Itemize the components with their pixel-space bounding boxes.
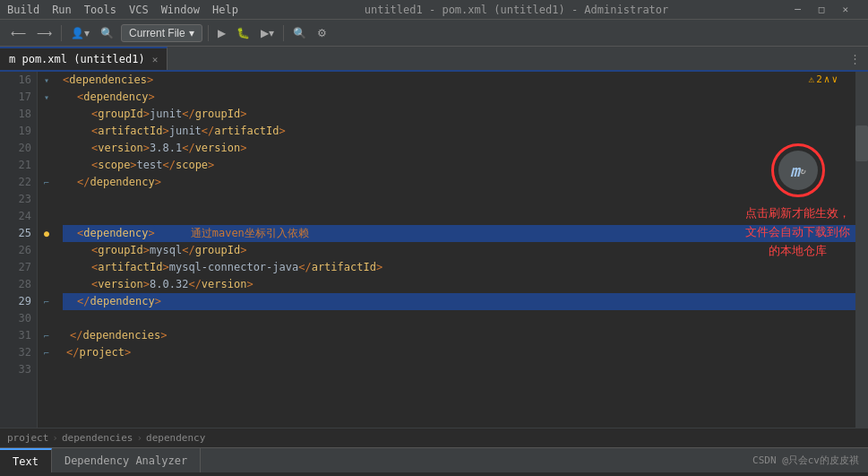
profile-btn[interactable]: 👤▾ [67, 25, 93, 41]
minimize-btn[interactable]: ─ [795, 4, 801, 15]
ln-20: 20 [0, 140, 31, 157]
code-line-29: </dependency> [63, 293, 868, 310]
inspect-btn[interactable]: 🔍 [97, 25, 117, 41]
ln-33: 33 [0, 361, 31, 378]
breadcrumb-dependencies[interactable]: dependencies [62, 432, 133, 444]
bottom-tabs: Text Dependency Analyzer CSDN @只会cv的皮皮祺 [0, 447, 868, 472]
ln-31: 31 [0, 327, 31, 344]
ln-21: 21 [0, 157, 31, 174]
code-area[interactable]: <dependencies> <dependency> <groupId>jun… [56, 72, 868, 428]
code-line-33 [63, 361, 868, 378]
breadcrumb-sep-2: › [136, 432, 142, 444]
gutter-18 [38, 106, 56, 123]
code-line-25: <dependency> 通过maven坐标引入依赖 [63, 225, 868, 242]
ln-23: 23 [0, 191, 31, 208]
code-line-22: </dependency> [63, 174, 868, 191]
breadcrumb: project › dependencies › dependency [0, 428, 868, 447]
forward-btn[interactable]: ⟶ [33, 25, 56, 41]
ln-32: 32 [0, 344, 31, 361]
run-btn[interactable]: ▶ [214, 25, 229, 41]
tab-more-btn[interactable]: ⋮ [842, 47, 868, 70]
menu-bar: Build Run Tools VCS Window Help untitled… [0, 0, 868, 20]
gutter-30 [38, 310, 56, 327]
gutter-32[interactable]: ⌐ [38, 344, 56, 361]
code-line-32: </project> [63, 344, 868, 361]
line-numbers: 16 17 18 19 20 21 22 23 24 25 26 27 28 2… [0, 72, 38, 428]
ln-19: 19 [0, 123, 31, 140]
window-title: untitled1 - pom.xml (untitled1) - Admini… [251, 4, 782, 16]
tab-text[interactable]: Text [0, 448, 52, 472]
editor-container: ⚠ 2 ∧ ∨ 16 17 18 19 20 21 22 23 24 25 26… [0, 72, 868, 428]
code-line-19: <artifactId>junit</artifactId> [63, 123, 868, 140]
ln-27: 27 [0, 259, 31, 276]
window-controls: ─ □ ✕ [795, 4, 861, 15]
ln-17: 17 [0, 89, 31, 106]
scroll-bar[interactable] [855, 72, 868, 428]
brand-text: CSDN @只会cv的皮皮祺 [752, 454, 859, 467]
code-line-26: <groupId>mysql</groupId> [63, 242, 868, 259]
gutter-21 [38, 157, 56, 174]
toolbar-separator-2 [208, 25, 209, 41]
gutter-23 [38, 191, 56, 208]
gutter-24 [38, 208, 56, 225]
code-line-21: <scope>test</scope> [63, 157, 868, 174]
tab-bar: m pom.xml (untitled1) ✕ ⋮ [0, 47, 868, 72]
gutter-19 [38, 123, 56, 140]
ln-28: 28 [0, 276, 31, 293]
menu-build[interactable]: Build [7, 4, 39, 16]
close-btn[interactable]: ✕ [842, 4, 848, 15]
tab-dependency-analyzer[interactable]: Dependency Analyzer [52, 448, 201, 472]
maximize-btn[interactable]: □ [819, 4, 825, 15]
debug-btn[interactable]: 🐛 [233, 25, 254, 41]
current-file-dropdown[interactable]: Current File ▾ [121, 24, 202, 42]
gutter-16[interactable]: ▾ [38, 72, 56, 89]
menu-tools[interactable]: Tools [84, 4, 116, 16]
code-line-16: <dependencies> [63, 72, 868, 89]
ln-22: 22 [0, 174, 31, 191]
menu-help[interactable]: Help [212, 4, 238, 16]
scroll-thumb[interactable] [855, 125, 868, 161]
gutter-29[interactable]: ⌐ [38, 293, 56, 310]
gutter-28 [38, 276, 56, 293]
toolbar-separator-3 [283, 25, 284, 41]
breadcrumb-sep-1: › [52, 432, 58, 444]
code-line-20: <version>3.8.1</version> [63, 140, 868, 157]
gutter-27 [38, 259, 56, 276]
gutter-22[interactable]: ⌐ [38, 174, 56, 191]
breadcrumb-dependency[interactable]: dependency [146, 432, 205, 444]
gutter-25[interactable]: ● [38, 225, 56, 242]
back-btn[interactable]: ⟵ [7, 25, 30, 41]
code-line-18: <groupId>junit</groupId> [63, 106, 868, 123]
gutter-26 [38, 242, 56, 259]
gutter: ▾ ▾ ⌐ ● ⌐ ⌐ ⌐ [38, 72, 56, 428]
ln-24: 24 [0, 208, 31, 225]
ln-26: 26 [0, 242, 31, 259]
code-line-28: <version>8.0.32</version> [63, 276, 868, 293]
menu-vcs[interactable]: VCS [129, 4, 149, 16]
tab-dependency-label: Dependency Analyzer [64, 454, 187, 467]
tab-text-label: Text [13, 455, 39, 468]
more-run-btn[interactable]: ▶▾ [257, 25, 278, 41]
settings-btn[interactable]: ⚙ [314, 25, 331, 41]
dropdown-arrow-icon: ▾ [189, 27, 194, 39]
breadcrumb-project[interactable]: project [7, 432, 48, 444]
ln-30: 30 [0, 310, 31, 327]
code-line-30 [63, 310, 868, 327]
tab-pom-xml[interactable]: m pom.xml (untitled1) ✕ [0, 47, 168, 70]
bottom-right-brand: CSDN @只会cv的皮皮祺 [743, 448, 868, 472]
menu-window[interactable]: Window [161, 4, 200, 16]
ln-29: 29 [0, 293, 31, 310]
code-line-17: <dependency> [63, 89, 868, 106]
tab-close-icon[interactable]: ✕ [152, 54, 159, 65]
current-file-label: Current File [129, 27, 185, 39]
ln-16: 16 [0, 72, 31, 89]
code-line-27: <artifactId>mysql-connector-java</artifa… [63, 259, 868, 276]
ln-25: 25 [0, 225, 31, 242]
code-line-23 [63, 191, 868, 208]
code-line-24 [63, 208, 868, 225]
gutter-17[interactable]: ▾ [38, 89, 56, 106]
menu-run[interactable]: Run [52, 4, 72, 16]
search-btn[interactable]: 🔍 [289, 25, 310, 41]
annotation-line-25: 通过maven坐标引入依赖 [191, 225, 309, 242]
gutter-31[interactable]: ⌐ [38, 327, 56, 344]
